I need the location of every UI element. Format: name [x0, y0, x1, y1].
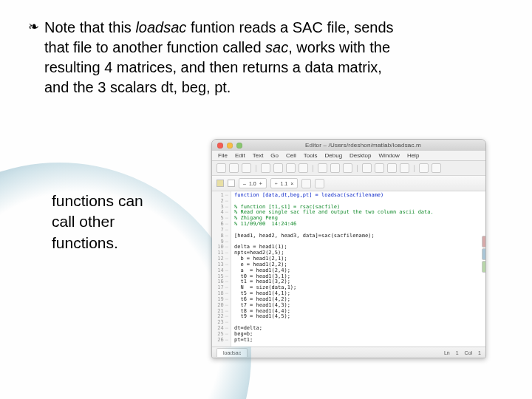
- status-col-label: Col: [465, 350, 473, 355]
- bullet-text: Note that this loadsac funtion reads a S…: [44, 18, 501, 98]
- maximize-icon[interactable]: [236, 143, 242, 149]
- menu-item-desktop[interactable]: Desktop: [349, 152, 371, 159]
- tool-button[interactable]: [242, 163, 251, 173]
- menu-item-go[interactable]: Go: [270, 152, 279, 159]
- editor-toolbar-2: – 1.0 + ÷ 1.1 ×: [212, 176, 485, 191]
- slide: ❧ Note that this loadsac funtion reads a…: [0, 0, 532, 399]
- menu-item-help[interactable]: Help: [407, 152, 419, 159]
- tool-button[interactable]: [273, 163, 283, 173]
- editor-statusbar: loadsac Ln 1 Col 1: [212, 347, 485, 358]
- menu-item-cell[interactable]: Cell: [286, 152, 296, 159]
- side-tab[interactable]: [482, 248, 486, 260]
- status-col-value: 1: [478, 350, 481, 355]
- tool-button[interactable]: [432, 163, 441, 173]
- status-line-value: 1: [456, 350, 459, 355]
- menu-item-edit[interactable]: Edit: [235, 152, 245, 159]
- side-tab[interactable]: [482, 261, 486, 273]
- multiply-pill[interactable]: ÷ 1.1 ×: [270, 178, 299, 188]
- tool-button[interactable]: [315, 179, 324, 188]
- tool-button[interactable]: [216, 163, 226, 173]
- tool-button[interactable]: [387, 163, 397, 173]
- menu-item-tools[interactable]: Tools: [304, 152, 318, 159]
- toolbar-separator: [414, 165, 415, 172]
- tool-button[interactable]: [318, 163, 327, 173]
- tool-button[interactable]: [419, 163, 429, 173]
- tool-button[interactable]: [301, 179, 311, 188]
- editor-menubar: FileEditTextGoCellToolsDebugDesktopWindo…: [212, 151, 485, 161]
- tool-button[interactable]: [362, 163, 372, 173]
- toolbar-separator: [256, 165, 256, 172]
- editor-window: Editor – /Users/rdeshon/matlab/loadsac.m…: [211, 139, 486, 358]
- tool-button[interactable]: [375, 163, 384, 173]
- tool-button[interactable]: [286, 163, 296, 173]
- menu-item-text[interactable]: Text: [253, 152, 264, 159]
- bullet-block: ❧ Note that this loadsac funtion reads a…: [0, 0, 532, 98]
- editor-toolbar-1: [212, 161, 485, 176]
- bullet-glyph: ❧: [28, 18, 44, 36]
- minimize-icon[interactable]: [227, 143, 233, 149]
- tool-button[interactable]: [400, 163, 409, 173]
- editor-titlebar: Editor – /Users/rdeshon/matlab/loadsac.m: [212, 140, 485, 151]
- line-gutter: 1–2–3–4–5–6–7–8–9–10–11–12–13–14–15–16–1…: [212, 191, 231, 347]
- editor-title: Editor – /Users/rdeshon/matlab/loadsac.m: [246, 142, 480, 149]
- status-line-label: Ln: [444, 350, 450, 355]
- code-area[interactable]: function [data,dt,beg,pt] = loadsac(sacf…: [231, 191, 485, 347]
- tool-button[interactable]: [330, 163, 340, 173]
- tool-button[interactable]: [299, 163, 308, 173]
- toolbar-separator: [313, 165, 313, 172]
- cell-highlight-swatch[interactable]: [216, 180, 224, 187]
- cell-highlight-swatch[interactable]: [228, 180, 235, 187]
- close-icon[interactable]: [217, 143, 223, 149]
- menu-item-debug[interactable]: Debug: [325, 152, 343, 159]
- increment-pill[interactable]: – 1.0 +: [239, 178, 267, 188]
- editor-side-tabs: [482, 236, 486, 273]
- menu-item-window[interactable]: Window: [378, 152, 399, 159]
- tool-button[interactable]: [229, 163, 239, 173]
- side-tab[interactable]: [482, 236, 486, 248]
- editor-body: 1–2–3–4–5–6–7–8–9–10–11–12–13–14–15–16–1…: [212, 191, 485, 347]
- tool-button[interactable]: [343, 163, 352, 173]
- menu-item-file[interactable]: File: [218, 152, 228, 159]
- tool-button[interactable]: [261, 163, 270, 173]
- toolbar-separator: [357, 165, 358, 172]
